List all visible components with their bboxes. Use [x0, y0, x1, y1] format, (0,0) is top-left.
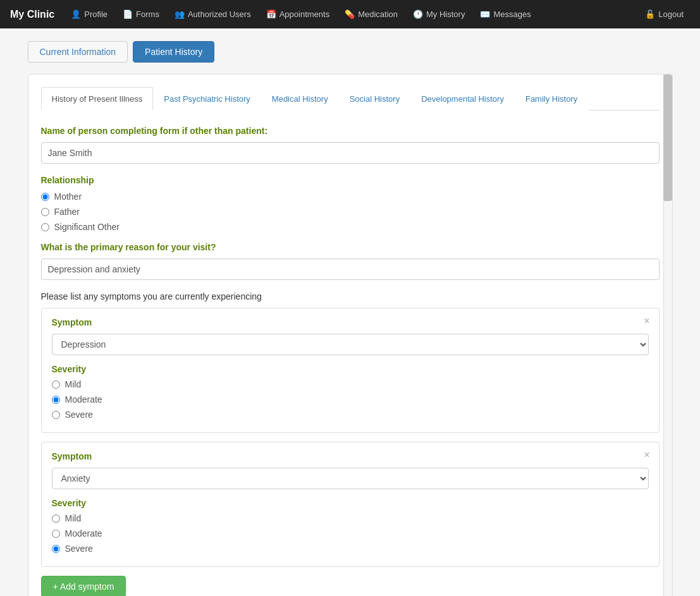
- severity-label-text-mild2: Mild: [65, 513, 82, 523]
- severity-label-text-severe2: Severe: [65, 544, 93, 554]
- severity-label-text-severe1: Severe: [65, 410, 93, 420]
- tab-history-present-illness[interactable]: History of Present Illness: [41, 87, 154, 111]
- radio-significant-other[interactable]: Significant Other: [41, 222, 660, 232]
- severity-label-text-moderate2: Moderate: [65, 528, 102, 538]
- symptom-label-2: Symptom: [52, 451, 649, 461]
- patient-history-button[interactable]: Patient History: [133, 41, 214, 63]
- nav-medication[interactable]: 💊 Medication: [338, 0, 404, 28]
- symptoms-container: ×SymptomDepressionAnxietyMood SwingsInso…: [41, 308, 660, 567]
- severity-group-1: MildModerateSevere: [52, 379, 649, 420]
- nav-my-history-label: My History: [426, 9, 465, 19]
- navbar: My Clinic 👤 Profile 📄 Forms 👥 Authorized…: [0, 0, 700, 28]
- nav-authorized-users[interactable]: 👥 Authorized Users: [168, 0, 257, 28]
- severity-radio-2-moderate2[interactable]: Moderate: [52, 528, 649, 538]
- severity-group-2: MildModerateSevere: [52, 513, 649, 554]
- nav-profile[interactable]: 👤 Profile: [64, 0, 114, 28]
- severity-input-mild1[interactable]: [52, 380, 60, 389]
- nav-appointments-label: Appointments: [279, 9, 330, 19]
- nav-logout-label: Logout: [658, 9, 684, 19]
- nav-appointments[interactable]: 📅 Appointments: [260, 0, 336, 28]
- logout-icon: 🔓: [645, 9, 655, 19]
- navbar-brand[interactable]: My Clinic: [10, 9, 54, 20]
- radio-mother[interactable]: Mother: [41, 192, 660, 202]
- name-label: Name of person completing form if other …: [41, 126, 660, 136]
- tab-social-history[interactable]: Social History: [339, 87, 410, 111]
- nav-my-history[interactable]: 🕐 My History: [407, 0, 471, 28]
- main-card: History of Present IllnessPast Psychiatr…: [28, 74, 673, 596]
- severity-label-text-mild1: Mild: [65, 379, 82, 389]
- nav-forms-label: Forms: [136, 9, 159, 19]
- scrollbar-thumb[interactable]: [663, 75, 672, 201]
- symptom-select-1[interactable]: DepressionAnxietyMood SwingsInsomniaOthe…: [52, 334, 649, 355]
- reason-label: What is the primary reason for your visi…: [41, 242, 660, 252]
- authorized-users-icon: 👥: [175, 9, 185, 19]
- navbar-right: 🔓 Logout: [639, 0, 690, 28]
- scrollbar-track[interactable]: [663, 75, 672, 596]
- severity-input-severe1[interactable]: [52, 411, 60, 419]
- relationship-radio-group: MotherFatherSignificant Other: [41, 192, 660, 232]
- radio-input-father[interactable]: [41, 208, 49, 216]
- nav-messages-label: Messages: [493, 9, 531, 19]
- forms-icon: 📄: [123, 9, 133, 19]
- medication-icon: 💊: [345, 9, 355, 19]
- name-input[interactable]: [41, 142, 660, 164]
- severity-label-1: Severity: [52, 364, 649, 374]
- nav-profile-label: Profile: [84, 9, 107, 19]
- symptom-close-2[interactable]: ×: [644, 450, 649, 460]
- form-section: Name of person completing form if other …: [41, 123, 660, 596]
- nav-messages[interactable]: ✉️ Messages: [474, 0, 537, 28]
- symptom-select-2[interactable]: DepressionAnxietyMood SwingsInsomniaOthe…: [52, 468, 649, 489]
- symptom-card-2: ×SymptomDepressionAnxietyMood SwingsInso…: [41, 442, 660, 567]
- severity-input-severe2[interactable]: [52, 545, 60, 553]
- severity-radio-1-mild1[interactable]: Mild: [52, 379, 649, 389]
- radio-label-mother: Mother: [54, 192, 82, 202]
- messages-icon: ✉️: [480, 9, 490, 19]
- severity-radio-2-severe2[interactable]: Severe: [52, 544, 649, 554]
- relationship-label: Relationship: [41, 175, 660, 185]
- tab-family-history[interactable]: Family History: [515, 87, 588, 111]
- radio-label-father: Father: [54, 207, 80, 217]
- my-history-icon: 🕐: [413, 9, 423, 19]
- reason-input[interactable]: [41, 258, 660, 280]
- tab-past-psychiatric-history[interactable]: Past Psychiatric History: [153, 87, 261, 111]
- symptom-close-1[interactable]: ×: [644, 316, 649, 326]
- radio-father[interactable]: Father: [41, 207, 660, 217]
- page-wrap: Current Information Patient History Hist…: [15, 41, 685, 596]
- severity-input-moderate1[interactable]: [52, 396, 60, 404]
- severity-radio-1-moderate1[interactable]: Moderate: [52, 394, 649, 404]
- nav-forms[interactable]: 📄 Forms: [116, 0, 166, 28]
- appointments-icon: 📅: [266, 9, 276, 19]
- current-info-button[interactable]: Current Information: [28, 41, 128, 63]
- nav-logout[interactable]: 🔓 Logout: [639, 0, 690, 28]
- radio-input-significant-other[interactable]: [41, 223, 49, 231]
- severity-label-2: Severity: [52, 498, 649, 508]
- nav-authorized-users-label: Authorized Users: [188, 9, 251, 19]
- severity-radio-2-mild2[interactable]: Mild: [52, 513, 649, 523]
- profile-icon: 👤: [71, 9, 81, 19]
- tab-developmental-history[interactable]: Developmental History: [410, 87, 515, 111]
- tabs: History of Present IllnessPast Psychiatr…: [41, 87, 660, 111]
- symptom-label-1: Symptom: [52, 317, 649, 327]
- severity-input-moderate2[interactable]: [52, 530, 60, 538]
- severity-input-mild2[interactable]: [52, 514, 60, 523]
- symptoms-section-label: Please list any symptoms you are current…: [41, 291, 660, 301]
- top-button-row: Current Information Patient History: [28, 41, 673, 63]
- radio-label-significant-other: Significant Other: [54, 222, 120, 232]
- radio-input-mother[interactable]: [41, 193, 49, 201]
- severity-label-text-moderate1: Moderate: [65, 394, 102, 404]
- symptom-card-1: ×SymptomDepressionAnxietyMood SwingsInso…: [41, 308, 660, 433]
- severity-radio-1-severe1[interactable]: Severe: [52, 410, 649, 420]
- nav-medication-label: Medication: [358, 9, 398, 19]
- tab-medical-history[interactable]: Medical History: [261, 87, 339, 111]
- add-symptom-button[interactable]: + Add symptom: [41, 576, 126, 596]
